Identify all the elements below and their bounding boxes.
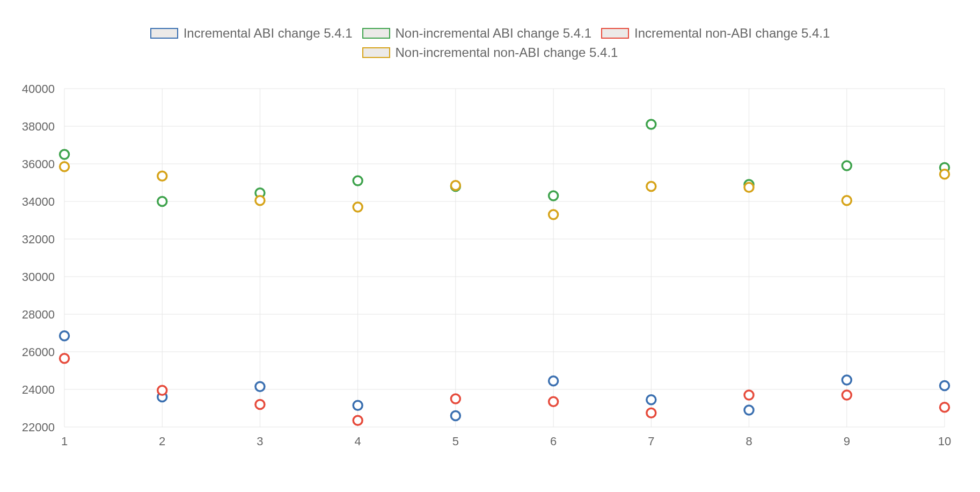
svg-text:8: 8 [745,435,752,448]
data-point[interactable] [647,408,656,417]
data-point[interactable] [549,210,558,219]
data-point[interactable] [549,377,558,386]
y-tick: 30000 [22,270,55,284]
data-point[interactable] [451,411,460,421]
data-point[interactable] [940,170,949,179]
data-point[interactable] [60,331,69,341]
data-point[interactable] [60,150,69,159]
legend-item-0[interactable]: Incremental ABI change 5.4.1 [150,26,353,41]
svg-text:30000: 30000 [22,270,55,284]
data-point[interactable] [549,191,558,200]
data-point[interactable] [60,162,69,171]
data-point[interactable] [940,381,949,390]
legend-item-1[interactable]: Non-incremental ABI change 5.4.1 [362,26,592,41]
y-tick: 36000 [22,157,55,171]
data-point[interactable] [647,395,656,404]
y-tick: 40000 [22,82,55,96]
grid [64,89,945,427]
svg-text:9: 9 [844,435,850,448]
data-point[interactable] [451,394,460,403]
svg-text:7: 7 [648,435,654,448]
data-point[interactable] [255,382,265,391]
x-tick: 9 [844,435,850,448]
legend-swatch-2 [601,28,629,39]
data-point[interactable] [255,196,265,205]
data-point[interactable] [744,406,754,415]
y-tick: 38000 [22,120,55,133]
y-tick: 22000 [22,421,55,434]
data-point[interactable] [353,202,362,212]
x-tick: 4 [355,435,361,448]
x-tick: 3 [257,435,263,448]
legend-label-1: Non-incremental ABI change 5.4.1 [396,26,592,41]
legend-row-1: Incremental ABI change 5.4.1 Non-increme… [0,26,980,41]
svg-text:3: 3 [257,435,263,448]
data-point[interactable] [255,400,265,409]
svg-text:28000: 28000 [22,308,55,321]
legend-item-3[interactable]: Non-incremental non-ABI change 5.4.1 [362,45,618,60]
chart-container: Incremental ABI change 5.4.1 Non-increme… [0,0,980,492]
data-point[interactable] [744,390,754,400]
data-point[interactable] [842,390,851,400]
svg-text:6: 6 [550,435,557,448]
legend: Incremental ABI change 5.4.1 Non-increme… [0,26,980,60]
data-point[interactable] [158,197,167,206]
legend-label-2: Incremental non-ABI change 5.4.1 [634,26,830,41]
plot-svg: 2200024000260002800030000320003400036000… [64,89,945,448]
svg-text:36000: 36000 [22,157,55,171]
x-tick: 7 [648,435,654,448]
data-point[interactable] [647,120,656,129]
y-tick: 26000 [22,345,55,359]
svg-text:32000: 32000 [22,233,55,246]
data-point[interactable] [940,403,949,412]
svg-text:38000: 38000 [22,120,55,133]
x-tick: 10 [938,435,951,448]
data-point[interactable] [353,416,362,425]
svg-text:24000: 24000 [22,383,55,396]
legend-row-2: Non-incremental non-ABI change 5.4.1 [0,45,980,60]
legend-swatch-0 [150,28,178,39]
x-tick: 5 [452,435,459,448]
svg-text:2: 2 [159,435,165,448]
svg-text:1: 1 [61,435,68,448]
data-point[interactable] [158,386,167,395]
y-tick: 32000 [22,233,55,246]
legend-label-0: Incremental ABI change 5.4.1 [184,26,353,41]
y-tick: 34000 [22,195,55,208]
data-point[interactable] [647,182,656,191]
legend-swatch-3 [362,47,390,58]
y-tick: 24000 [22,383,55,396]
series-points [60,120,949,425]
svg-text:22000: 22000 [22,421,55,434]
svg-text:5: 5 [452,435,459,448]
data-point[interactable] [353,176,362,185]
x-tick: 2 [159,435,165,448]
data-point[interactable] [60,354,69,363]
x-tick: 6 [550,435,557,448]
data-point[interactable] [842,161,851,170]
svg-text:40000: 40000 [22,82,55,96]
svg-text:4: 4 [355,435,361,448]
svg-text:10: 10 [938,435,951,448]
data-point[interactable] [451,181,460,190]
svg-text:26000: 26000 [22,345,55,359]
data-point[interactable] [353,401,362,410]
legend-label-3: Non-incremental non-ABI change 5.4.1 [396,45,618,60]
svg-text:34000: 34000 [22,195,55,208]
legend-item-2[interactable]: Incremental non-ABI change 5.4.1 [601,26,830,41]
data-point[interactable] [158,171,167,180]
data-point[interactable] [842,375,851,385]
y-tick: 28000 [22,308,55,321]
legend-swatch-1 [362,28,390,39]
data-point[interactable] [744,183,754,192]
data-point[interactable] [549,397,558,406]
x-tick: 8 [745,435,752,448]
data-point[interactable] [842,196,851,205]
x-tick: 1 [61,435,68,448]
plot-area: 2200024000260002800030000320003400036000… [64,89,945,448]
